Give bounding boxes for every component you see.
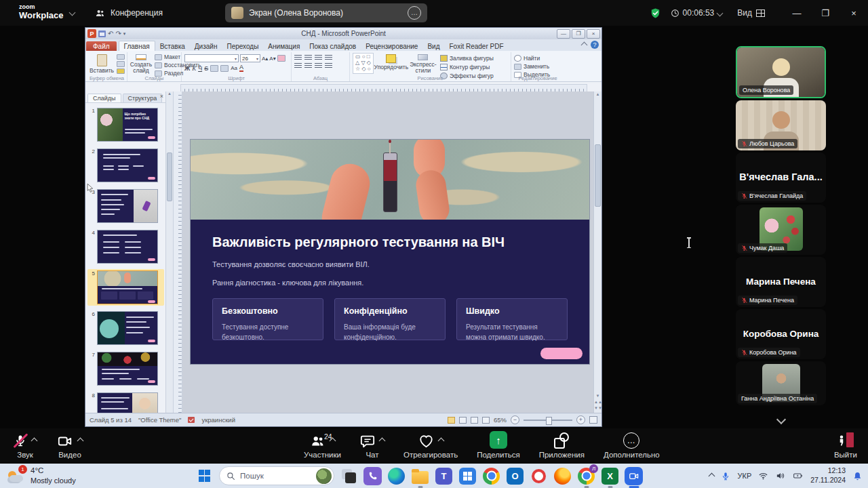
microsoft-store-icon[interactable] <box>458 467 477 485</box>
previous-slide-icon[interactable]: ▲▲ <box>594 400 602 404</box>
reactions-button[interactable]: Отреагировать <box>403 432 458 459</box>
justify-icon[interactable] <box>325 63 332 68</box>
close-panel-icon[interactable]: × <box>160 93 163 100</box>
view-button[interactable]: Вид <box>737 8 765 18</box>
tab-view[interactable]: Вид <box>422 41 444 51</box>
normal-view-icon[interactable] <box>448 417 455 424</box>
more-options-icon[interactable]: … <box>408 6 421 20</box>
tab-slideshow[interactable]: Показ слайдов <box>304 41 361 51</box>
firefox-icon[interactable] <box>553 467 572 485</box>
tab-animations[interactable]: Анимация <box>263 41 304 51</box>
strikethrough-button[interactable]: S <box>204 65 208 72</box>
zoom-in-button[interactable]: + <box>576 415 585 424</box>
chat-button[interactable]: Чат <box>360 432 384 459</box>
language-switcher[interactable]: УКР <box>737 472 751 480</box>
clear-formatting-icon[interactable] <box>277 55 285 62</box>
slide-thumbnail-4[interactable]: 4 <box>87 228 164 265</box>
tab-insert[interactable]: Вставка <box>155 41 190 51</box>
ppt-restore-button[interactable]: ❐ <box>572 29 585 39</box>
excel-icon[interactable]: X <box>601 467 619 485</box>
slide-thumbnail-8[interactable]: 8 <box>87 391 164 413</box>
start-button[interactable] <box>195 467 214 485</box>
chrome-icon[interactable] <box>482 467 500 485</box>
minimize-button[interactable]: — <box>783 0 811 26</box>
audio-options-chevron[interactable] <box>31 438 38 445</box>
participants-button[interactable]: 24 Участники <box>304 432 341 459</box>
editor-scrollbar[interactable]: ▲ ▼ ▲▲ ▼▼ <box>593 92 601 413</box>
clock[interactable]: 12:13 27.11.2024 <box>810 466 846 485</box>
new-slide-button[interactable]: Создать слайд <box>130 53 152 74</box>
reading-view-icon[interactable] <box>471 417 478 424</box>
cut-icon[interactable] <box>117 54 125 60</box>
tab-foxit[interactable]: Foxit Reader PDF <box>444 41 508 51</box>
participant-tile-orina[interactable]: Коробова Орина Коробова Орина <box>736 309 826 359</box>
font-name-combo[interactable]: ▾ <box>184 54 239 62</box>
help-icon[interactable]: ? <box>591 41 599 49</box>
collapse-ribbon-icon[interactable] <box>581 41 588 48</box>
scrollbar-thumb[interactable] <box>167 152 172 201</box>
zoom-slider[interactable] <box>524 420 572 421</box>
bold-button[interactable]: Ж <box>184 65 190 72</box>
video-options-chevron[interactable] <box>77 438 84 445</box>
character-spacing-icon[interactable] <box>220 65 229 72</box>
more-participants-button[interactable] <box>778 413 785 426</box>
slide-thumbnail-6[interactable]: 6 <box>87 310 164 346</box>
text-shadow-icon[interactable] <box>210 65 218 72</box>
search-box[interactable]: Пошук <box>219 466 334 485</box>
slide-thumbnail-5-selected[interactable]: 5 <box>87 269 164 306</box>
align-right-icon[interactable] <box>315 63 322 68</box>
scroll-up-icon[interactable]: ▲ <box>596 92 600 96</box>
bullets-icon[interactable] <box>294 55 302 60</box>
tab-shared-screen[interactable]: Экран (Олена Воронова) … <box>225 3 427 22</box>
participant-tile-maryna[interactable]: Марина Печена Марина Печена <box>736 257 826 307</box>
audio-button[interactable]: Звук <box>14 432 37 459</box>
slide-thumbnail-7[interactable]: 7 <box>87 350 164 387</box>
tab-meeting[interactable]: Конференция <box>95 0 163 26</box>
leave-button[interactable]: Выйти <box>834 432 857 459</box>
scroll-up-icon[interactable]: ▲ <box>167 92 172 96</box>
tab-review[interactable]: Рецензирование <box>361 41 422 51</box>
align-left-icon[interactable] <box>294 63 302 68</box>
apps-button[interactable]: Приложения <box>539 432 585 459</box>
copy-icon[interactable] <box>117 61 125 66</box>
tab-slides-panel[interactable]: Слайды <box>87 94 121 102</box>
italic-button[interactable]: К <box>192 65 196 72</box>
close-button[interactable]: × <box>840 0 868 26</box>
reactions-options-chevron[interactable] <box>437 438 444 445</box>
meeting-timer[interactable]: 00:06:53 <box>671 8 723 18</box>
panel-scrollbar[interactable]: ▲ <box>165 92 174 413</box>
wifi-icon[interactable] <box>758 471 768 481</box>
volume-icon[interactable] <box>775 471 785 481</box>
redo-icon[interactable]: ↷ <box>115 30 121 37</box>
slide-thumbnail-3[interactable]: 3 <box>87 188 164 224</box>
shape-fill-button[interactable]: Заливка фигуры <box>440 55 494 62</box>
participant-tile-vyacheslav[interactable]: В'ячеслав Гала... В'ячеслав Галайда <box>736 152 826 203</box>
outlook-icon[interactable]: O <box>506 467 524 485</box>
paste-button[interactable]: Вставить <box>90 53 114 74</box>
participant-tile-olena[interactable]: Олена Воронова <box>736 46 826 98</box>
fit-slide-icon[interactable] <box>589 416 597 424</box>
chat-options-chevron[interactable] <box>379 438 386 445</box>
zoom-out-button[interactable]: − <box>511 415 519 424</box>
ppt-close-button[interactable]: × <box>587 29 600 39</box>
edge-icon[interactable] <box>387 467 406 485</box>
numbering-icon[interactable] <box>304 55 312 60</box>
scrollbar-thumb[interactable] <box>595 144 601 207</box>
arrange-button[interactable]: Упорядочить <box>376 53 406 74</box>
share-screen-button[interactable]: ↑ Поделиться <box>477 432 520 459</box>
file-explorer-icon[interactable] <box>411 467 429 485</box>
indent-decrease-icon[interactable] <box>315 55 322 60</box>
tab-outline-panel[interactable]: Структура <box>123 94 163 102</box>
tab-design[interactable]: Дизайн <box>190 41 222 51</box>
grow-font-button[interactable]: A▴ <box>262 56 268 62</box>
slide-sorter-view-icon[interactable] <box>459 417 467 424</box>
tab-file[interactable]: Файл <box>86 41 117 51</box>
qat-dropdown-icon[interactable]: ▾ <box>123 31 126 36</box>
chrome-profile-icon[interactable]: Л <box>577 467 595 485</box>
language-indicator[interactable]: украинский <box>201 416 235 424</box>
font-color-button[interactable]: A <box>239 64 243 72</box>
teams-icon[interactable]: T <box>435 467 453 485</box>
find-button[interactable]: Найти <box>514 55 550 62</box>
indent-increase-icon[interactable] <box>325 55 332 60</box>
security-shield-icon[interactable] <box>650 7 661 20</box>
